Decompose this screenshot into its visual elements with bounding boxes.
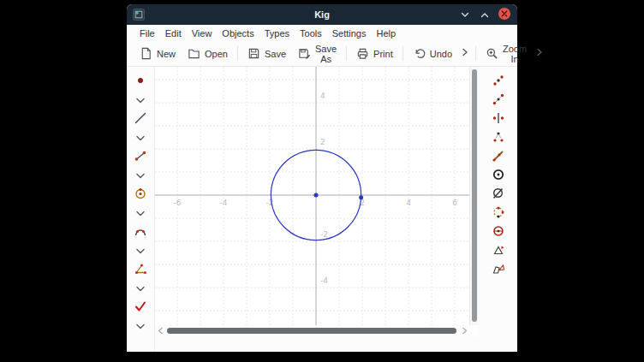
- projectivity-tool-button[interactable]: [479, 260, 517, 279]
- titlebar[interactable]: Kig: [127, 4, 517, 25]
- rotation-tool-button[interactable]: [479, 128, 517, 147]
- scroll-left-button[interactable]: [155, 325, 165, 336]
- translate-tool-icon: [492, 74, 505, 90]
- vertical-scrollbar[interactable]: [469, 67, 479, 325]
- circle-tools-expander[interactable]: [127, 204, 154, 223]
- window-controls: [458, 8, 511, 21]
- undo-button[interactable]: Undo: [407, 45, 458, 62]
- angle-tools-expander[interactable]: [127, 279, 154, 298]
- save-as-button-label: Save As: [315, 44, 337, 64]
- menu-view[interactable]: View: [187, 27, 218, 39]
- conic-tool-button[interactable]: [127, 223, 154, 241]
- point-tool-icon: [134, 74, 147, 90]
- save-as-button[interactable]: Save As: [292, 41, 343, 67]
- horizontal-scroll-track[interactable]: [165, 328, 459, 334]
- chevron-right-icon: [461, 47, 469, 60]
- conic-tools-expander[interactable]: [127, 241, 154, 260]
- save-icon: [247, 47, 260, 60]
- new-button[interactable]: New: [134, 45, 182, 62]
- point-tool-button[interactable]: [127, 72, 154, 91]
- conic-tool-icon: [134, 224, 147, 240]
- harmonic-homology-tool-button[interactable]: [479, 223, 517, 241]
- affinity-tool-icon: [492, 243, 505, 259]
- chevron-left-icon: [158, 324, 164, 337]
- point-reflection-tool-icon: [492, 92, 505, 109]
- inversion-tool-icon: [492, 168, 505, 184]
- canvas-area: -6-4-224642-2-4: [154, 67, 479, 352]
- test-tool-button[interactable]: [127, 298, 154, 317]
- y-tick-label: -2: [320, 230, 328, 239]
- scaling-tool-button[interactable]: [479, 147, 517, 166]
- menu-settings[interactable]: Settings: [327, 27, 372, 39]
- segment-tool-icon: [134, 149, 147, 165]
- horizontal-scrollbar-thumb[interactable]: [167, 328, 456, 334]
- line-tools-expander[interactable]: [127, 128, 154, 147]
- test-tools-expander[interactable]: [127, 317, 154, 335]
- zoom-in-button[interactable]: Zoom In: [480, 41, 533, 67]
- menubar: File Edit View Objects Types Tools Setti…: [127, 25, 517, 41]
- point-reflection-tool-button[interactable]: [479, 91, 517, 110]
- horizontal-scrollbar[interactable]: [155, 325, 469, 336]
- vertical-scrollbar-thumb[interactable]: [472, 69, 477, 322]
- scroll-right-button[interactable]: [459, 325, 469, 336]
- print-button[interactable]: Print: [350, 45, 399, 62]
- open-button-label: Open: [205, 49, 228, 59]
- zoom-in-button-label: Zoom In: [503, 44, 527, 64]
- line-tool-icon: [134, 111, 147, 128]
- segment-tool-button[interactable]: [127, 147, 154, 166]
- minimize-button[interactable]: [458, 8, 472, 21]
- rotation-tool-icon: [492, 130, 505, 146]
- chevron-down-icon: [135, 169, 146, 182]
- x-tick-label: 4: [406, 199, 411, 207]
- canvas-bottom-filler: [155, 336, 479, 352]
- menu-types[interactable]: Types: [259, 27, 295, 39]
- close-button[interactable]: [498, 8, 511, 21]
- menu-edit[interactable]: Edit: [160, 27, 187, 39]
- menu-help[interactable]: Help: [371, 27, 401, 39]
- undo-icon: [413, 47, 426, 60]
- geometry-canvas[interactable]: -6-4-224642-2-4: [155, 67, 469, 325]
- line-tool-button[interactable]: [127, 110, 154, 128]
- x-tick-label: -4: [220, 199, 228, 207]
- crossed-circle-tool-button[interactable]: [479, 185, 517, 204]
- affinity-tool-button[interactable]: [479, 241, 517, 260]
- close-icon: [498, 7, 511, 23]
- undo-button-label: Undo: [430, 49, 452, 59]
- y-tick-label: 4: [320, 92, 325, 100]
- zoom-in-icon: [486, 47, 498, 60]
- kig-app-icon: [133, 9, 145, 21]
- segment-tools-expander[interactable]: [127, 166, 154, 185]
- main-toolbar: New Open Save Save As: [127, 41, 517, 67]
- left-toolbar: [127, 67, 154, 352]
- angle-tool-button[interactable]: [127, 260, 154, 279]
- chevron-down-icon: [135, 94, 146, 107]
- crossed-circle-tool-icon: [492, 187, 505, 203]
- inversion-tool-button[interactable]: [479, 166, 517, 185]
- x-tick-label: 6: [452, 199, 457, 207]
- menu-objects[interactable]: Objects: [217, 27, 259, 39]
- line-reflection-tool-icon: [492, 111, 505, 128]
- point-tools-expander[interactable]: [127, 91, 154, 110]
- menu-file[interactable]: File: [134, 27, 160, 39]
- point-object[interactable]: [359, 195, 363, 199]
- menu-tools[interactable]: Tools: [295, 27, 327, 39]
- line-reflection-tool-button[interactable]: [479, 110, 517, 128]
- undo-overflow-chevron[interactable]: [458, 45, 472, 62]
- y-tick-label: 2: [320, 138, 325, 146]
- chevron-down-icon: [135, 282, 146, 295]
- circle-tool-button[interactable]: [127, 185, 154, 204]
- point-object[interactable]: [314, 193, 319, 198]
- circle-tool-icon: [134, 187, 147, 203]
- rotate-points-tool-button[interactable]: [479, 204, 517, 223]
- open-button[interactable]: Open: [182, 45, 234, 62]
- angle-tool-icon: [134, 262, 147, 278]
- y-tick-label: -4: [320, 276, 328, 285]
- zoom-overflow-chevron[interactable]: [533, 45, 546, 62]
- toolbar-separator: [237, 46, 238, 61]
- chevron-up-icon: [480, 9, 490, 21]
- save-button[interactable]: Save: [242, 45, 292, 62]
- chevron-down-icon: [135, 320, 146, 333]
- maximize-button[interactable]: [478, 8, 492, 21]
- chevron-down-icon: [135, 245, 146, 258]
- translate-tool-button[interactable]: [479, 72, 517, 91]
